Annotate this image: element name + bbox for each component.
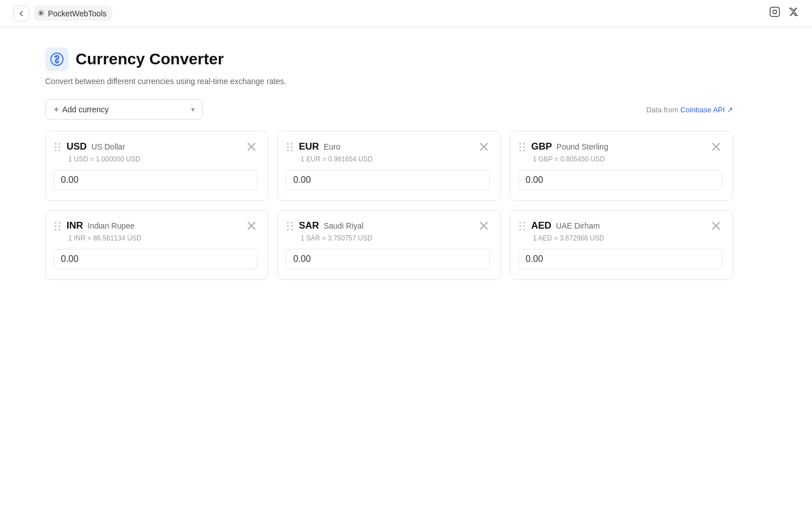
navbar: ✳ PocketWebTools <box>0 0 812 27</box>
back-button[interactable] <box>14 6 29 21</box>
currency-code: USD <box>67 141 87 152</box>
currency-card: USD US Dollar 1 USD = 1.000000 USD <box>45 131 268 201</box>
currency-card: AED UAE Dirham 1 AED = 3.672968 USD <box>510 210 733 280</box>
page-icon <box>45 47 69 71</box>
exchange-rate: 1 USD = 1.000000 USD <box>68 155 258 163</box>
currency-code: INR <box>67 220 83 231</box>
card-header-left: SAR Saudi Riyal <box>286 220 364 231</box>
drag-handle[interactable] <box>518 221 527 231</box>
chevron-down-icon: ▾ <box>191 106 195 113</box>
instagram-icon[interactable] <box>769 6 780 20</box>
drag-handle[interactable] <box>54 221 62 231</box>
currency-amount-input[interactable] <box>518 170 722 190</box>
card-header: USD US Dollar <box>54 141 258 153</box>
currency-code: SAR <box>299 220 319 231</box>
main-content: Currency Converter Convert between diffe… <box>0 27 778 303</box>
drag-handle[interactable] <box>54 142 62 152</box>
remove-currency-button[interactable] <box>245 141 258 153</box>
currency-card: INR Indian Rupee 1 INR = 86.561134 USD <box>45 210 268 280</box>
exchange-rate: 1 SAR = 3.750757 USD <box>301 234 490 242</box>
currency-card: EUR Euro 1 EUR = 0.961654 USD <box>277 131 501 201</box>
currency-amount-input[interactable] <box>286 170 490 190</box>
brand-label: PocketWebTools <box>48 9 107 18</box>
exchange-rate: 1 INR = 86.561134 USD <box>68 234 258 242</box>
remove-currency-button[interactable] <box>478 141 490 153</box>
remove-currency-button[interactable] <box>710 141 722 153</box>
currency-card: GBP Pound Sterling 1 GBP = 0.805450 USD <box>510 131 733 201</box>
remove-currency-button[interactable] <box>710 220 722 232</box>
add-currency-button[interactable]: + Add currency ▾ <box>45 99 203 120</box>
currency-amount-input[interactable] <box>54 170 258 190</box>
brand-icon: ✳ <box>37 8 45 19</box>
svg-point-1 <box>773 10 777 14</box>
currency-amount-input[interactable] <box>518 249 722 269</box>
brand-logo[interactable]: ✳ PocketWebTools <box>34 6 112 21</box>
svg-rect-0 <box>770 7 780 17</box>
currency-code: GBP <box>531 141 552 152</box>
drag-handle[interactable] <box>518 142 527 152</box>
page-subtitle: Convert between different currencies usi… <box>45 77 733 86</box>
nav-right <box>769 6 798 20</box>
currency-grid: USD US Dollar 1 USD = 1.000000 USD EUR E… <box>45 131 733 280</box>
card-header: EUR Euro <box>286 141 490 153</box>
add-currency-label: Add currency <box>62 105 108 114</box>
card-header-left: GBP Pound Sterling <box>518 141 608 152</box>
currency-name: US Dollar <box>91 142 125 151</box>
currency-name: Saudi Riyal <box>324 221 364 230</box>
currency-amount-input[interactable] <box>54 249 258 269</box>
currency-code: EUR <box>299 141 319 152</box>
exchange-rate: 1 GBP = 0.805450 USD <box>533 155 722 163</box>
svg-point-2 <box>777 9 778 10</box>
nav-left: ✳ PocketWebTools <box>14 6 112 21</box>
card-header: GBP Pound Sterling <box>518 141 722 153</box>
currency-code: AED <box>531 220 551 231</box>
card-header-left: AED UAE Dirham <box>518 220 600 231</box>
drag-handle[interactable] <box>286 221 294 231</box>
toolbar: + Add currency ▾ Data from Coinbase API … <box>45 99 733 120</box>
currency-name: Indian Rupee <box>87 221 134 230</box>
data-source: Data from Coinbase API ↗ <box>646 106 733 114</box>
card-header: SAR Saudi Riyal <box>286 220 490 232</box>
coinbase-api-link[interactable]: Coinbase API ↗ <box>681 106 733 114</box>
page-header: Currency Converter <box>45 47 733 71</box>
exchange-rate: 1 AED = 3.672968 USD <box>533 234 722 242</box>
drag-handle[interactable] <box>286 142 294 152</box>
card-header: AED UAE Dirham <box>518 220 722 232</box>
currency-name: Euro <box>324 142 341 151</box>
card-header-left: USD US Dollar <box>54 141 125 152</box>
currency-card: SAR Saudi Riyal 1 SAR = 3.750757 USD <box>277 210 501 280</box>
remove-currency-button[interactable] <box>478 220 490 232</box>
card-header-left: EUR Euro <box>286 141 340 152</box>
card-header-left: INR Indian Rupee <box>54 220 135 231</box>
twitter-x-icon[interactable] <box>788 7 798 20</box>
data-source-prefix: Data from <box>646 106 678 114</box>
remove-currency-button[interactable] <box>245 220 258 232</box>
page-title: Currency Converter <box>76 50 224 68</box>
currency-amount-input[interactable] <box>286 249 490 269</box>
card-header: INR Indian Rupee <box>54 220 258 232</box>
plus-icon: + <box>54 104 59 115</box>
currency-name: Pound Sterling <box>557 142 608 151</box>
currency-name: UAE Dirham <box>556 221 600 230</box>
exchange-rate: 1 EUR = 0.961654 USD <box>301 155 490 163</box>
